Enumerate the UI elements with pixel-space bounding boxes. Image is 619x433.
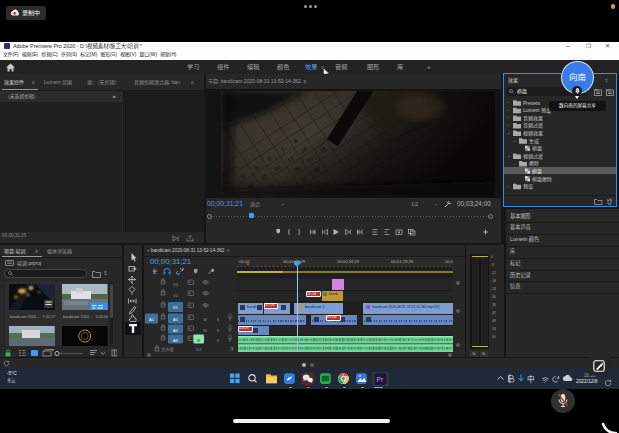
svg-text:主声道: 主声道 [161,347,174,352]
svg-text:›: › [507,184,509,189]
svg-text:生成: 生成 [529,138,539,145]
svg-text:视频过渡: 视频过渡 [523,153,543,160]
svg-text:擦除: 擦除 [529,160,539,166]
svg-text:A3: A3 [173,338,179,343]
svg-text:S: S [217,329,220,333]
svg-text:Pr: Pr [377,376,385,383]
svg-text:M: M [203,318,206,322]
svg-text:A2: A2 [173,328,179,333]
svg-text:›: › [507,108,509,113]
svg-text:M: M [197,339,200,343]
svg-text:中: 中 [527,373,535,384]
svg-text:›: › [507,115,509,120]
svg-text:›: › [507,100,509,105]
svg-text:M: M [203,329,206,333]
svg-text:›: › [507,123,509,128]
svg-text:Lumetri 预设: Lumetri 预设 [523,107,551,114]
svg-text:⌄: ⌄ [513,138,516,143]
svg-text:V3: V3 [173,282,179,287]
svg-text:棋盘: 棋盘 [532,168,542,175]
svg-text:Presets: Presets [523,100,540,106]
svg-text:⌄: ⌄ [513,161,516,166]
svg-text:视频效果: 视频效果 [523,130,543,137]
svg-text:⌄: ⌄ [507,153,510,158]
svg-text:音频效果: 音频效果 [523,115,543,122]
svg-text:A1: A1 [173,317,179,322]
svg-text:棋盘擦除: 棋盘擦除 [532,176,552,183]
svg-text:音频过渡: 音频过渡 [523,122,543,129]
svg-text:V2: V2 [173,293,179,298]
svg-text:棋盘: 棋盘 [532,145,542,152]
svg-text:V1: V1 [173,305,179,310]
svg-text:0.0: 0.0 [196,347,202,352]
svg-text:预设: 预设 [523,183,533,190]
svg-text:⌄: ⌄ [507,130,510,135]
svg-text:S: S [217,339,220,343]
svg-text:A1: A1 [149,317,155,322]
svg-text:S: S [217,318,220,322]
